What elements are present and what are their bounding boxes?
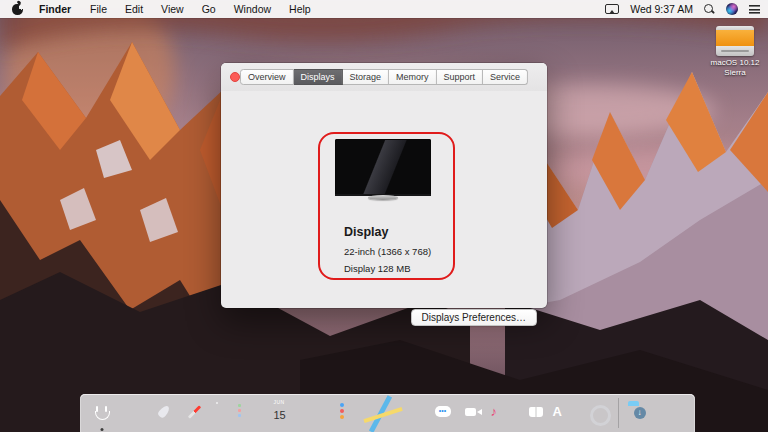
dock-item-launchpad[interactable]: [150, 398, 178, 426]
display-mirroring-icon[interactable]: [605, 4, 619, 14]
displays-preferences-button[interactable]: Displays Preferences…: [411, 309, 537, 326]
about-this-mac-window: OverviewDisplaysStorageMemorySupportServ…: [221, 63, 547, 308]
downloads-glyph: ↓: [634, 407, 646, 419]
dock-item-calendar[interactable]: JUN15: [274, 398, 302, 426]
external-drive-icon: [716, 26, 754, 56]
dock-item-messages[interactable]: •••: [429, 398, 457, 426]
menu-bar-clock[interactable]: Wed 9:37 AM: [630, 3, 693, 15]
macos-desktop: FinderFileEditViewGoWindowHelp Wed 9:37 …: [0, 0, 768, 432]
dock-item-safari[interactable]: [181, 398, 209, 426]
window-body: Display 22-inch (1366 x 768) Display 128…: [221, 91, 547, 308]
menu-item-finder[interactable]: Finder: [29, 3, 81, 15]
dock-divider: [618, 398, 619, 428]
menu-item-help[interactable]: Help: [280, 3, 320, 15]
menu-item-window[interactable]: Window: [225, 3, 280, 15]
dock-item-trash[interactable]: [657, 398, 685, 426]
dock-item-mail[interactable]: [212, 398, 240, 426]
dock-item-maps[interactable]: [367, 398, 395, 426]
menu-item-go[interactable]: Go: [193, 3, 225, 15]
tab-support[interactable]: Support: [437, 69, 484, 85]
menu-item-edit[interactable]: Edit: [116, 3, 152, 15]
dock-item-notes[interactable]: [305, 398, 333, 426]
dock-item-sysprefs[interactable]: [584, 398, 612, 426]
dock-item-downloads[interactable]: ↓: [626, 398, 654, 426]
desktop-volume-macos-sierra[interactable]: macOS 10.12 Sierra: [709, 26, 761, 77]
siri-icon[interactable]: [726, 3, 738, 15]
dock-item-siri[interactable]: [119, 398, 147, 426]
annotation-highlight: [318, 132, 455, 280]
tab-service[interactable]: Service: [483, 69, 528, 85]
menu-bar-status-area: Wed 9:37 AM: [605, 3, 760, 15]
notification-center-icon[interactable]: [749, 4, 760, 14]
dock-item-finder[interactable]: [88, 398, 116, 426]
dock: JUN15 ••• ♪ A ↓: [80, 394, 695, 432]
spotlight-search-icon[interactable]: [704, 4, 715, 15]
menu-item-view[interactable]: View: [152, 3, 193, 15]
dock-item-reminders[interactable]: [336, 398, 364, 426]
messages-glyph: •••: [435, 406, 451, 417]
tab-memory[interactable]: Memory: [389, 69, 437, 85]
menu-item-file[interactable]: File: [81, 3, 116, 15]
dock-item-appstore[interactable]: A: [553, 398, 581, 426]
menu-bar: FinderFileEditViewGoWindowHelp Wed 9:37 …: [0, 0, 768, 18]
dock-item-itunes[interactable]: ♪: [491, 398, 519, 426]
desktop-volume-label: macOS 10.12 Sierra: [709, 58, 761, 77]
close-button[interactable]: [230, 72, 240, 82]
tab-overview[interactable]: Overview: [240, 69, 294, 85]
apple-menu-icon[interactable]: [12, 4, 23, 15]
menu-items: FinderFileEditViewGoWindowHelp: [29, 0, 320, 18]
dock-item-photos[interactable]: [398, 398, 426, 426]
dock-item-ibooks[interactable]: [522, 398, 550, 426]
dock-item-facetime[interactable]: [460, 398, 488, 426]
tab-displays[interactable]: Displays: [293, 69, 342, 85]
tab-strip: OverviewDisplaysStorageMemorySupportServ…: [240, 69, 528, 85]
dock-item-contacts[interactable]: [243, 398, 271, 426]
window-titlebar[interactable]: OverviewDisplaysStorageMemorySupportServ…: [221, 63, 547, 91]
tab-storage[interactable]: Storage: [342, 69, 389, 85]
